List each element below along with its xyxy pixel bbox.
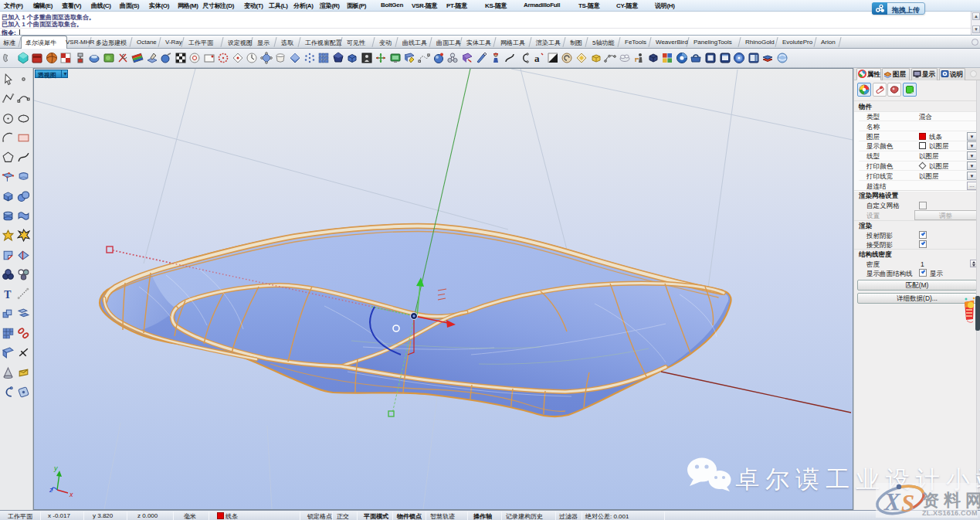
svg-text:x: x (69, 491, 73, 498)
svg-text:X: X (883, 488, 901, 515)
svg-text:y: y (53, 464, 58, 472)
svg-text:a: a (534, 53, 540, 64)
svg-text:S: S (901, 490, 914, 517)
svg-text:资料网: 资料网 (922, 491, 980, 510)
svg-text:z: z (49, 486, 53, 494)
svg-text:ZL.XS1616.COM: ZL.XS1616.COM (922, 509, 978, 517)
svg-text:T: T (4, 289, 11, 301)
